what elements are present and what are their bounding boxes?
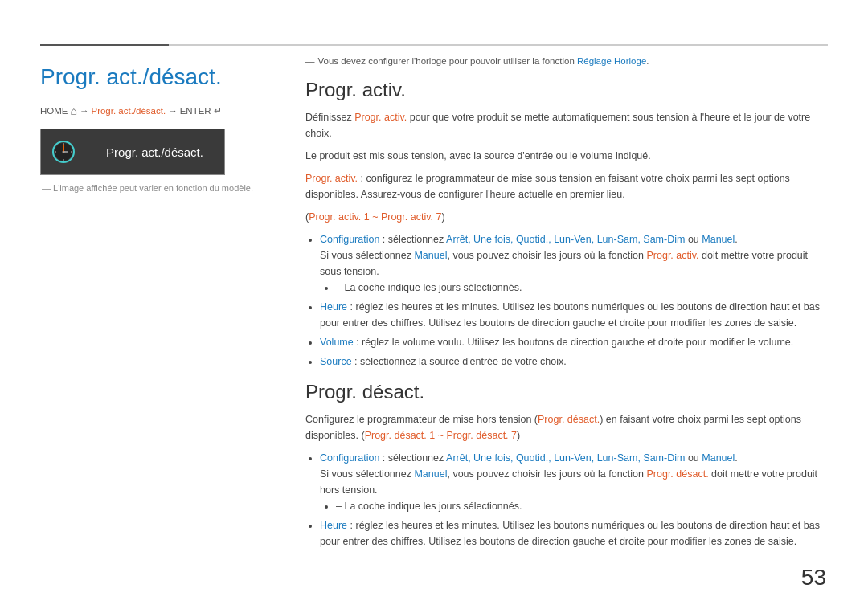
desact-config-or: ou xyxy=(685,452,702,464)
activ-config-subbullets: La coche indique les jours sélectionnés. xyxy=(336,280,828,296)
activ-config-sub: Si vous sélectionnez xyxy=(320,250,414,261)
page-number: 53 xyxy=(801,565,826,591)
desact-p1-link: Progr. désact. xyxy=(538,414,600,425)
activ-heure-text: : réglez les heures et les minutes. Util… xyxy=(320,301,820,329)
note-dash: ― xyxy=(305,56,315,66)
section-activ: Progr. activ. Définissez Progr. activ. p… xyxy=(305,79,828,370)
main-layout: Progr. act./désact. HOME ⌂ → Progr. act.… xyxy=(40,56,828,589)
breadcrumb-link[interactable]: Progr. act./désact. xyxy=(91,106,166,116)
image-note: ― L'image affichée peut varier en foncti… xyxy=(40,183,273,193)
note-text: Vous devez configurer l'horloge pour pou… xyxy=(318,56,649,66)
desact-bullet-config: Configuration : sélectionnez Arrêt, Une … xyxy=(320,450,828,514)
page-title: Progr. act./désact. xyxy=(40,64,273,90)
reglage-horloge-link[interactable]: Réglage Horloge xyxy=(577,56,646,66)
activ-heure-label: Heure xyxy=(320,301,347,313)
menu-box: Progr. act./désact. xyxy=(40,129,225,175)
activ-bullets: Configuration : sélectionnez Arrêt, Une … xyxy=(320,231,828,370)
desact-config-sub-after: , vous pouvez choisir les jours où la fo… xyxy=(447,468,646,480)
section-activ-title: Progr. activ. xyxy=(305,79,828,101)
activ-bullet-source: Source : sélectionnez la source d'entrée… xyxy=(320,353,828,370)
section-desact-title: Progr. désact. xyxy=(305,381,828,403)
activ-volume-label: Volume xyxy=(320,337,354,348)
svg-point-8 xyxy=(71,151,72,153)
activ-config-dot: . xyxy=(735,234,737,245)
activ-para1: Définissez Progr. activ. pour que votre … xyxy=(305,109,828,141)
desact-config-subbullets: La coche indique les jours sélectionnés. xyxy=(336,498,828,514)
desact-para1: Configurez le programmateur de mise hors… xyxy=(305,411,828,443)
activ-config-sub-link: Progr. activ. xyxy=(646,250,698,261)
svg-point-6 xyxy=(63,159,64,161)
desact-config-dot: . xyxy=(735,452,737,464)
desact-heure-text: : réglez les heures et les minutes. Util… xyxy=(320,520,820,547)
desact-p1-range: Progr. désact. 1 ~ Progr. désact. 7 xyxy=(365,430,517,441)
activ-volume-text: : réglez le volume voulu. Utilisez les b… xyxy=(354,337,794,348)
desact-heure-label: Heure xyxy=(320,520,347,531)
activ-p1-before: Définissez xyxy=(305,112,354,123)
desact-p1-end: ) xyxy=(517,430,520,441)
section-desact: Progr. désact. Configurez le programmate… xyxy=(305,381,828,550)
activ-config-sep: : sélectionnez xyxy=(379,234,446,245)
desact-config-manual: Manuel xyxy=(702,452,735,464)
activ-config-sub-after: , vous pouvez choisir les jours où la fo… xyxy=(447,250,646,261)
activ-bullet-volume: Volume : réglez le volume voulu. Utilise… xyxy=(320,334,828,350)
desact-config-sub-link: Progr. désact. xyxy=(646,468,708,480)
note-text-before: Vous devez configurer l'horloge pour pou… xyxy=(318,56,577,66)
breadcrumb-arrow1: → xyxy=(80,106,89,116)
top-divider-accent xyxy=(40,44,169,46)
activ-config-label: Configuration xyxy=(320,234,379,245)
right-panel: ― Vous devez configurer l'horloge pour p… xyxy=(305,56,828,589)
menu-box-icon xyxy=(41,129,85,175)
activ-p3-after: : configurez le programmateur de mise so… xyxy=(305,173,790,200)
activ-para3: Progr. activ. : configurez le programmat… xyxy=(305,170,828,202)
menu-box-label: Progr. act./désact. xyxy=(85,145,224,159)
breadcrumb-enter: ENTER ↵ xyxy=(180,105,222,116)
desact-config-sep: : sélectionnez xyxy=(379,452,446,464)
clock-icon xyxy=(51,140,76,164)
activ-para2: Le produit est mis sous tension, avec la… xyxy=(305,148,828,164)
desact-p1-before: Configurez le programmateur de mise hors… xyxy=(305,414,538,425)
breadcrumb: HOME ⌂ → Progr. act./désact. → ENTER ↵ xyxy=(40,104,273,117)
svg-point-7 xyxy=(55,151,56,153)
activ-range-text: Progr. activ. 1 ~ Progr. activ. 7 xyxy=(309,211,441,223)
svg-point-5 xyxy=(63,143,64,145)
activ-subbullet-1: La coche indique les jours sélectionnés. xyxy=(336,280,828,296)
desact-subbullet-1: La coche indique les jours sélectionnés. xyxy=(336,498,828,514)
activ-config-or: ou xyxy=(685,234,702,245)
note-text-after: . xyxy=(646,56,649,66)
activ-bullet-config: Configuration : sélectionnez Arrêt, Une … xyxy=(320,231,828,296)
breadcrumb-home-icon: ⌂ xyxy=(71,104,77,117)
desact-config-sub-manual: Manuel xyxy=(414,468,447,480)
activ-config-manual: Manuel xyxy=(702,234,735,245)
top-note: ― Vous devez configurer l'horloge pour p… xyxy=(305,56,828,66)
activ-source-label: Source xyxy=(320,356,352,367)
activ-range: (Progr. activ. 1 ~ Progr. activ. 7) xyxy=(305,209,828,225)
activ-source-text: : sélectionnez la source d'entrée de vot… xyxy=(352,356,567,367)
page-container: Progr. act./désact. HOME ⌂ → Progr. act.… xyxy=(0,0,868,613)
desact-config-options: Arrêt, Une fois, Quotid., Lun-Ven, Lun-S… xyxy=(446,452,685,464)
activ-config-options: Arrêt, Une fois, Quotid., Lun-Ven, Lun-S… xyxy=(446,234,685,245)
desact-config-sub: Si vous sélectionnez xyxy=(320,468,414,480)
activ-p1-link: Progr. activ. xyxy=(354,112,407,123)
left-panel: Progr. act./désact. HOME ⌂ → Progr. act.… xyxy=(40,56,273,589)
breadcrumb-home-label: HOME xyxy=(40,106,68,116)
breadcrumb-arrow2: → xyxy=(168,106,178,116)
activ-p3-link: Progr. activ. xyxy=(305,173,358,184)
desact-bullets: Configuration : sélectionnez Arrêt, Une … xyxy=(320,450,828,550)
activ-config-sub-manual: Manuel xyxy=(414,250,447,261)
activ-bullet-heure: Heure : réglez les heures et les minutes… xyxy=(320,299,828,331)
desact-bullet-heure: Heure : réglez les heures et les minutes… xyxy=(320,517,828,550)
desact-config-label: Configuration xyxy=(320,452,379,464)
